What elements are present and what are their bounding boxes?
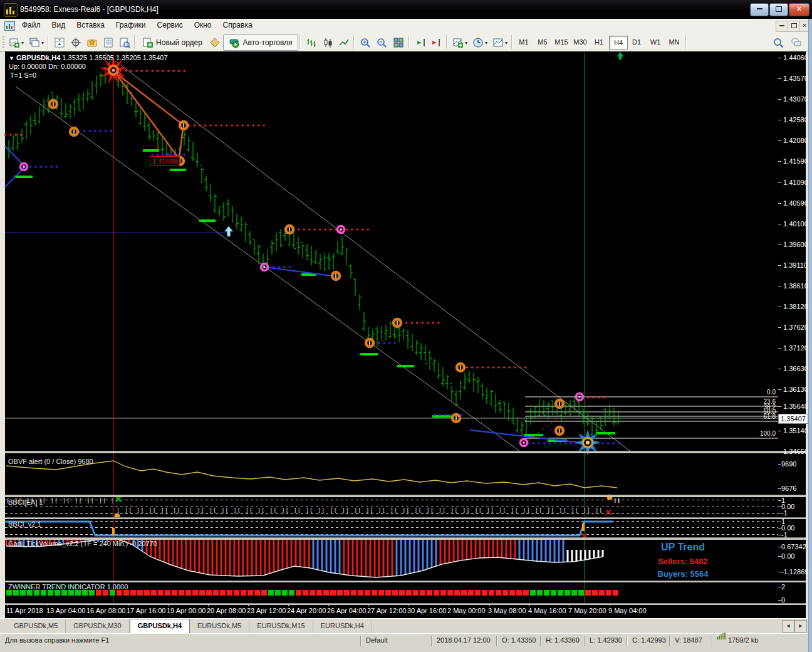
maximize-button[interactable] <box>769 3 788 16</box>
mdi-restore-icon[interactable] <box>788 21 800 32</box>
market-watch-icon[interactable] <box>51 34 68 51</box>
timeframe-H1[interactable]: H1 <box>590 36 608 48</box>
tab-GBPUSDk,H4[interactable]: GBPUSDk,H4 <box>130 619 190 634</box>
price-tick: 1.39600 <box>783 241 808 248</box>
autoscroll-icon[interactable] <box>412 34 429 51</box>
panel-separator[interactable] <box>5 495 806 497</box>
tab-scroll-left-icon[interactable]: ◄ <box>782 620 794 633</box>
periods-icon[interactable]: ▾ <box>470 34 490 51</box>
menu-Справка[interactable]: Справка <box>217 19 258 33</box>
date-tick-mark <box>570 604 570 606</box>
timeframe-M30[interactable]: M30 <box>571 36 589 48</box>
menu-Графики[interactable]: Графики <box>110 19 152 33</box>
toolbar-separator <box>409 35 410 49</box>
mdi-child-icon[interactable] <box>4 21 15 31</box>
tab-EURUSDk,H4[interactable]: EURUSDk,H4 <box>313 619 372 634</box>
bbci2-axis-tick <box>778 528 781 528</box>
price-tick: 1.38120 <box>783 303 808 310</box>
mdi-minimize-icon[interactable] <box>776 21 788 32</box>
indicators-icon[interactable]: ▾ <box>450 34 470 51</box>
menu-Файл[interactable]: Файл <box>16 19 46 33</box>
zwinner-axis-tick <box>778 600 781 601</box>
minimize-button[interactable] <box>750 3 769 16</box>
obvf-axis-tick <box>778 464 781 465</box>
price-tick: 1.41590 <box>783 157 808 165</box>
search-icon[interactable] <box>769 34 787 51</box>
price-tick: 1.41090 <box>783 179 808 186</box>
chart-ohlc: 1.35325 1.35505 1.35205 1.35407 <box>62 54 167 61</box>
bbci1-axis-tick <box>778 513 781 513</box>
toolbar-grip[interactable] <box>3 36 4 48</box>
timeframe-H4[interactable]: H4 <box>609 36 628 50</box>
terminal-icon[interactable] <box>100 34 117 51</box>
tab-GBPUSDk,M5[interactable]: GBPUSDk,M5 <box>6 619 66 634</box>
panel-separator <box>5 603 806 605</box>
chart-shift-icon[interactable] <box>429 34 445 51</box>
date-tick: 20 Apr 08:00 <box>207 607 246 614</box>
price-tick-mark <box>778 389 781 390</box>
date-tick: 13 Apr 04:00 <box>46 607 85 614</box>
date-tick-mark <box>489 604 490 606</box>
timeframe-M15[interactable]: M15 <box>553 36 570 48</box>
bbci2-axis-value: -1 <box>781 531 788 539</box>
new-order-icon[interactable]: Новый ордер <box>138 34 207 51</box>
tile-windows-icon[interactable] <box>390 34 407 51</box>
price-tick: 1.37120 <box>783 344 808 352</box>
panel-separator[interactable] <box>5 451 806 453</box>
status-high: H: 1.43360 <box>546 636 580 644</box>
tab-EURUSDk,M15[interactable]: EURUSDk,M15 <box>249 619 313 634</box>
panel-separator[interactable] <box>5 581 806 582</box>
date-tick-mark <box>248 604 249 606</box>
autotrade-icon[interactable]: Авто-торговля <box>223 34 298 51</box>
crosshair-icon[interactable] <box>68 34 84 51</box>
symbol-dropdown-icon[interactable]: ▼ <box>9 55 14 61</box>
title-bar: 8549958: Exness-Real6 - [GBPUSDk,H4] ✕ <box>0 0 812 19</box>
zwinner-axis-value: 2 <box>781 583 785 591</box>
close-button[interactable]: ✕ <box>789 3 809 16</box>
status-traffic: 1759/2 kb <box>728 636 758 644</box>
date-tick-mark <box>449 604 449 606</box>
menu-Вид[interactable]: Вид <box>46 19 71 33</box>
chart-workspace[interactable] <box>5 51 806 618</box>
gadi-trend-text: UP Trend <box>645 542 721 553</box>
autotrade-icon-label: Авто-торговля <box>242 38 292 47</box>
linechart-icon[interactable] <box>336 34 352 51</box>
panel-separator[interactable] <box>5 517 806 519</box>
timeframe-D1[interactable]: D1 <box>628 36 645 48</box>
status-profile[interactable]: Default <box>366 636 388 644</box>
menu-Вставка[interactable]: Вставка <box>71 19 110 33</box>
menu-Сервис[interactable]: Сервис <box>152 19 189 33</box>
templates-icon[interactable]: ▾ <box>490 34 510 51</box>
date-tick: 24 Apr 20:00 <box>287 607 326 614</box>
candles-icon[interactable] <box>320 34 336 51</box>
profiles-icon[interactable]: ▾ <box>26 34 46 51</box>
date-tick-mark <box>168 604 169 606</box>
timeframe-M1[interactable]: M1 <box>515 36 533 48</box>
new-chart-icon[interactable]: ▾ <box>6 34 26 51</box>
tab-scroll-right-icon[interactable]: ► <box>794 620 807 633</box>
date-tick: 4 May 16:00 <box>528 607 566 614</box>
timeframe-M5[interactable]: M5 <box>534 36 551 48</box>
bbci2-label: BBCI_v2 1 <box>8 520 41 528</box>
menu-Окно[interactable]: Окно <box>189 19 217 33</box>
zoom-in-icon[interactable] <box>357 34 373 51</box>
obvf-axis-tick <box>778 488 781 489</box>
tester-icon[interactable] <box>117 34 133 51</box>
zoom-out-icon[interactable] <box>373 34 390 51</box>
tab-GBPUSDk,M30[interactable]: GBPUSDk,M30 <box>66 619 129 634</box>
status-volume: V: 18487 <box>675 636 702 644</box>
timeframe-W1[interactable]: W1 <box>647 36 664 48</box>
toolbar: ▾▾Новый ордерАвто-торговля▾▾▾M1M5M15M30H… <box>0 33 808 52</box>
timeframe-MN[interactable]: MN <box>665 36 683 48</box>
obvf-label: OBVF alert (0 / Close) 9680 <box>8 458 93 465</box>
zwinner-axis-tick <box>778 587 781 587</box>
status-low: L: 1.42930 <box>590 636 622 644</box>
navigator-icon[interactable] <box>84 34 100 51</box>
bars-icon[interactable] <box>303 34 320 51</box>
price-tick-mark <box>778 99 781 100</box>
price-tick: 1.37620 <box>783 323 808 331</box>
metaeditor-icon[interactable] <box>207 34 223 51</box>
chat-icon[interactable] <box>787 34 806 51</box>
tab-EURUSDk,M5[interactable]: EURUSDk,M5 <box>190 619 249 634</box>
price-tick-mark <box>778 161 781 162</box>
